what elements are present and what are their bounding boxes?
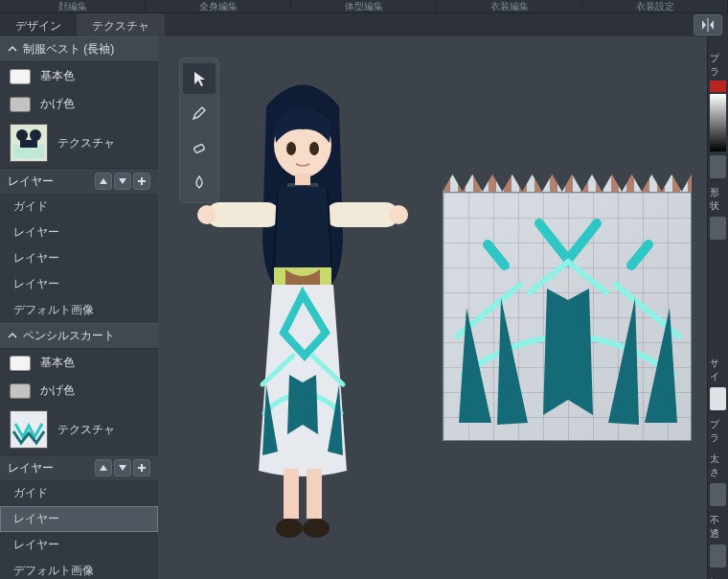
layers-header: レイヤー bbox=[0, 168, 158, 194]
svg-point-19 bbox=[276, 519, 303, 538]
value-gradient[interactable] bbox=[710, 94, 726, 151]
panel-row[interactable] bbox=[710, 217, 726, 240]
layer-item[interactable]: レイヤー bbox=[0, 532, 158, 558]
svg-point-20 bbox=[303, 519, 330, 538]
brush-color-swatch[interactable] bbox=[710, 81, 726, 92]
base-color-row[interactable]: 基本色 bbox=[0, 349, 158, 377]
layer-item[interactable]: レイヤー bbox=[0, 245, 158, 271]
texture-row[interactable]: テクスチャ bbox=[0, 405, 158, 454]
svg-point-9 bbox=[286, 142, 296, 155]
panel-label: レイ bbox=[710, 575, 726, 579]
svg-rect-5 bbox=[20, 140, 37, 148]
uv-waistband bbox=[443, 174, 692, 192]
svg-point-4 bbox=[30, 129, 41, 141]
uv-canvas[interactable] bbox=[443, 192, 692, 441]
texture-thumbnail[interactable] bbox=[10, 124, 48, 162]
prop-label: テクスチャ bbox=[57, 422, 115, 438]
viewport-3d[interactable] bbox=[158, 36, 707, 579]
brush-panel: プラ 形状 サイ プラ 太さ 不透 レイ bbox=[707, 36, 728, 579]
layer-add-button[interactable] bbox=[133, 459, 150, 476]
character-model bbox=[197, 68, 408, 547]
prop-label: 基本色 bbox=[40, 355, 75, 371]
svg-rect-18 bbox=[307, 469, 322, 519]
panel-label: プラ bbox=[710, 418, 726, 445]
chevron-down-icon bbox=[8, 43, 17, 57]
svg-point-15 bbox=[389, 205, 408, 224]
layer-item[interactable]: レイヤー bbox=[0, 506, 158, 532]
layer-item[interactable]: ガイド bbox=[0, 194, 158, 220]
tab-texture[interactable]: テクスチャ bbox=[77, 13, 165, 36]
layer-up-button[interactable] bbox=[95, 173, 112, 190]
tool-blur[interactable] bbox=[183, 167, 216, 197]
color-swatch[interactable] bbox=[10, 356, 31, 371]
layers-sidebar: 制服ベスト (長袖) 基本色 かげ色 テクスチャ レイヤー bbox=[0, 36, 158, 579]
svg-point-10 bbox=[309, 142, 319, 155]
color-swatch[interactable] bbox=[10, 383, 31, 399]
prop-label: かげ色 bbox=[40, 96, 75, 112]
layer-item[interactable]: デフォルト画像 bbox=[0, 297, 158, 323]
svg-point-3 bbox=[16, 129, 28, 141]
layer-item[interactable]: デフォルト画像 bbox=[0, 558, 158, 579]
uv-texture-panel[interactable] bbox=[443, 174, 692, 441]
top-menu-bar: 顔編集 全身編集 体型編集 衣装編集 衣装設定 bbox=[0, 0, 728, 13]
tab-design[interactable]: デザイン bbox=[0, 13, 77, 36]
svg-rect-17 bbox=[284, 469, 299, 519]
layer-add-button[interactable] bbox=[133, 173, 150, 190]
shade-color-row[interactable]: かげ色 bbox=[0, 377, 158, 405]
tool-pencil[interactable] bbox=[183, 98, 216, 128]
svg-rect-7 bbox=[193, 144, 205, 153]
section-title: 制服ベスト (長袖) bbox=[23, 41, 114, 58]
panel-label: 不透 bbox=[710, 514, 726, 541]
section-header-vest[interactable]: 制服ベスト (長袖) bbox=[0, 36, 158, 62]
panel-label: サイ bbox=[710, 357, 726, 383]
panel-label: 太さ bbox=[710, 452, 726, 479]
color-swatch[interactable] bbox=[10, 97, 31, 112]
layers-header: レイヤー bbox=[0, 454, 158, 480]
svg-rect-6 bbox=[11, 412, 46, 447]
svg-rect-13 bbox=[326, 202, 398, 227]
prop-label: 基本色 bbox=[40, 68, 75, 84]
mode-tabs: デザイン テクスチャ bbox=[0, 13, 728, 36]
prop-label: テクスチャ bbox=[57, 135, 115, 151]
texture-thumbnail[interactable] bbox=[10, 410, 48, 449]
layer-item[interactable]: レイヤー bbox=[0, 271, 158, 297]
layer-item[interactable]: ガイド bbox=[0, 480, 158, 506]
base-color-row[interactable]: 基本色 bbox=[0, 62, 158, 90]
texture-row[interactable]: テクスチャ bbox=[0, 118, 158, 168]
panel-row[interactable] bbox=[710, 483, 726, 506]
layer-item[interactable]: レイヤー bbox=[0, 220, 158, 245]
layer-down-button[interactable] bbox=[114, 173, 131, 190]
section-title: ペンシルスカート bbox=[23, 328, 115, 344]
panel-row[interactable] bbox=[710, 544, 726, 567]
top-menu-item[interactable]: 全身編集 bbox=[146, 0, 291, 12]
panel-row[interactable] bbox=[710, 387, 726, 410]
chevron-down-icon bbox=[8, 330, 17, 343]
paint-toolbar bbox=[179, 58, 219, 203]
color-swatch[interactable] bbox=[10, 69, 31, 84]
svg-rect-12 bbox=[207, 202, 280, 227]
shade-color-row[interactable]: かげ色 bbox=[0, 90, 158, 118]
prop-label: かげ色 bbox=[40, 382, 75, 399]
top-menu-item[interactable]: 顔編集 bbox=[0, 0, 146, 12]
layer-up-button[interactable] bbox=[95, 459, 112, 476]
panel-row[interactable] bbox=[710, 155, 726, 178]
mirror-toggle-button[interactable] bbox=[694, 14, 722, 35]
top-menu-item[interactable]: 体型編集 bbox=[291, 0, 437, 12]
panel-label: プラ bbox=[710, 52, 726, 79]
top-menu-item[interactable]: 衣装設定 bbox=[582, 0, 728, 12]
section-header-skirt[interactable]: ペンシルスカート bbox=[0, 323, 158, 349]
tool-select[interactable] bbox=[183, 63, 216, 94]
svg-rect-11 bbox=[295, 174, 310, 185]
layer-down-button[interactable] bbox=[114, 459, 131, 476]
tool-eraser[interactable] bbox=[183, 132, 216, 163]
layers-label: レイヤー bbox=[8, 460, 54, 476]
top-menu-item[interactable]: 衣装編集 bbox=[437, 0, 582, 12]
svg-point-14 bbox=[197, 205, 216, 224]
layers-label: レイヤー bbox=[8, 174, 54, 190]
panel-label: 形状 bbox=[710, 186, 726, 213]
